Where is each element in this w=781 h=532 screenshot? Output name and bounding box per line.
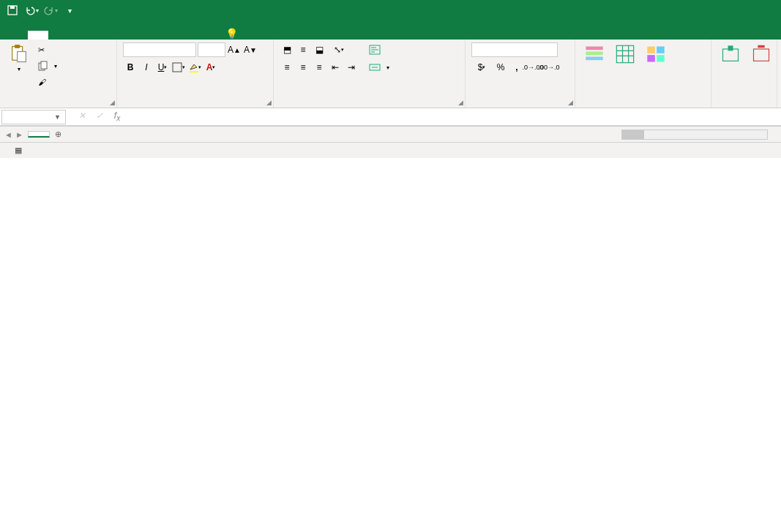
tab-review[interactable]	[130, 31, 151, 40]
decrease-decimal-icon[interactable]: .00→.0	[542, 60, 556, 75]
cells-label	[717, 105, 771, 106]
brush-icon: 🖌	[38, 78, 46, 86]
delete-cells-button[interactable]	[748, 42, 774, 67]
svg-rect-20	[728, 45, 733, 50]
tab-formulas[interactable]	[89, 31, 110, 40]
cell-styles-button[interactable]	[643, 42, 669, 67]
undo-icon[interactable]: ▾	[23, 2, 40, 18]
ribbon-tabs: 💡	[0, 20, 781, 40]
clipboard-launcher-icon[interactable]: ◢	[110, 99, 115, 106]
bulb-icon: 💡	[225, 28, 238, 40]
font-name-input[interactable]	[123, 42, 196, 57]
font-label	[123, 105, 267, 106]
merge-center-button[interactable]: ▾	[367, 60, 391, 75]
increase-font-icon[interactable]: A▲	[227, 42, 242, 57]
macro-record-icon[interactable]: ▦	[15, 146, 22, 155]
tab-developer[interactable]	[171, 31, 192, 40]
tab-help[interactable]	[192, 31, 212, 40]
svg-rect-18	[657, 55, 665, 61]
cut-button[interactable]: ✂	[37, 42, 59, 57]
svg-rect-17	[647, 55, 655, 61]
group-clipboard: ▾ ✂ ▾ 🖌 ◢	[0, 40, 117, 108]
fx-icon[interactable]: fx	[108, 110, 126, 122]
clipboard-label	[6, 105, 111, 106]
redo-icon[interactable]: ▾	[42, 2, 59, 18]
tab-insert[interactable]	[48, 31, 69, 40]
bold-button[interactable]: B	[123, 60, 138, 75]
italic-button[interactable]: I	[139, 60, 154, 75]
tab-home[interactable]	[28, 31, 48, 40]
tab-view[interactable]	[151, 31, 171, 40]
tab-file[interactable]	[7, 31, 28, 40]
align-right-icon[interactable]: ≡	[312, 60, 326, 75]
tell-me[interactable]: 💡	[225, 28, 244, 40]
alignment-launcher-icon[interactable]: ◢	[458, 99, 463, 106]
group-styles	[575, 40, 711, 108]
number-label	[471, 105, 569, 106]
styles-label	[581, 105, 705, 106]
ribbon: ▾ ✂ ▾ 🖌 ◢ A▲ A▼ B I U▾ ▾ ▾	[0, 40, 781, 108]
formula-bar: ▼ ✕ ✓ fx	[0, 108, 781, 126]
fill-color-button[interactable]: ▾	[187, 60, 202, 75]
sheet-nav-prev-icon[interactable]: ◄	[4, 130, 12, 139]
svg-rect-8	[190, 71, 198, 72]
group-alignment: ⬒ ≡ ⬓ ⤡▾ ≡ ≡ ≡ ⇤ ⇥ ▾ ◢	[274, 40, 466, 108]
save-icon[interactable]	[4, 2, 20, 18]
tab-data[interactable]	[110, 31, 130, 40]
accept-formula-icon[interactable]: ✓	[91, 110, 108, 122]
decrease-indent-icon[interactable]: ⇤	[328, 60, 343, 75]
qat-customize-icon[interactable]: ▾	[61, 2, 78, 18]
number-format-select[interactable]	[471, 42, 558, 57]
number-launcher-icon[interactable]: ◢	[568, 99, 573, 106]
percent-format-icon[interactable]: %	[493, 60, 508, 75]
orientation-icon[interactable]: ⤡▾	[328, 42, 350, 57]
align-bottom-icon[interactable]: ⬓	[312, 42, 326, 57]
cancel-formula-icon[interactable]: ✕	[73, 110, 91, 122]
align-left-icon[interactable]: ≡	[280, 60, 294, 75]
underline-button[interactable]: U▾	[155, 60, 170, 75]
paste-button[interactable]: ▾	[6, 42, 32, 74]
status-bar: ▦	[0, 142, 781, 158]
svg-rect-7	[173, 63, 182, 72]
insert-cells-button[interactable]	[717, 42, 744, 67]
tab-page-layout[interactable]	[69, 31, 89, 40]
accounting-format-icon[interactable]: $▾	[471, 60, 492, 75]
sheet-tab-active[interactable]	[28, 131, 50, 138]
align-center-icon[interactable]: ≡	[296, 60, 310, 75]
alignment-label	[280, 105, 459, 106]
font-launcher-icon[interactable]: ◢	[266, 99, 272, 106]
scissors-icon: ✂	[38, 45, 45, 55]
font-color-button[interactable]: A▾	[203, 60, 218, 75]
wrap-text-button[interactable]	[367, 42, 391, 57]
svg-rect-12	[586, 52, 602, 56]
group-font: A▲ A▼ B I U▾ ▾ ▾ A▾ ◢	[117, 40, 274, 108]
svg-rect-15	[647, 47, 655, 53]
group-number: $▾ % , .0→.00 .00→.0 ◢	[466, 40, 575, 108]
svg-rect-21	[754, 49, 769, 61]
svg-rect-4	[18, 52, 26, 62]
sheet-tab-bar: ◄ ► ⊕	[0, 126, 781, 142]
add-sheet-button[interactable]: ⊕	[50, 130, 67, 139]
border-button[interactable]: ▾	[171, 60, 186, 75]
formula-input[interactable]	[126, 110, 781, 124]
svg-rect-16	[657, 47, 665, 53]
align-middle-icon[interactable]: ≡	[296, 42, 310, 57]
chevron-down-icon[interactable]: ▼	[54, 113, 61, 121]
horizontal-scrollbar[interactable]	[621, 130, 768, 140]
align-top-icon[interactable]: ⬒	[280, 42, 294, 57]
svg-rect-14	[616, 45, 633, 62]
increase-indent-icon[interactable]: ⇥	[344, 60, 359, 75]
sheet-nav-next-icon[interactable]: ►	[15, 130, 23, 139]
group-cells	[711, 40, 777, 108]
name-box[interactable]: ▼	[1, 110, 66, 124]
svg-rect-13	[586, 57, 602, 61]
svg-rect-11	[586, 47, 602, 50]
conditional-formatting-button[interactable]	[581, 42, 608, 67]
format-as-table-button[interactable]	[612, 42, 638, 67]
decrease-font-icon[interactable]: A▼	[243, 42, 258, 57]
copy-button[interactable]: ▾	[37, 59, 59, 73]
svg-rect-3	[15, 45, 20, 48]
format-painter-button[interactable]: 🖌	[37, 75, 59, 89]
font-size-input[interactable]	[198, 42, 225, 57]
title-bar: ▾ ▾ ▾	[0, 0, 781, 20]
